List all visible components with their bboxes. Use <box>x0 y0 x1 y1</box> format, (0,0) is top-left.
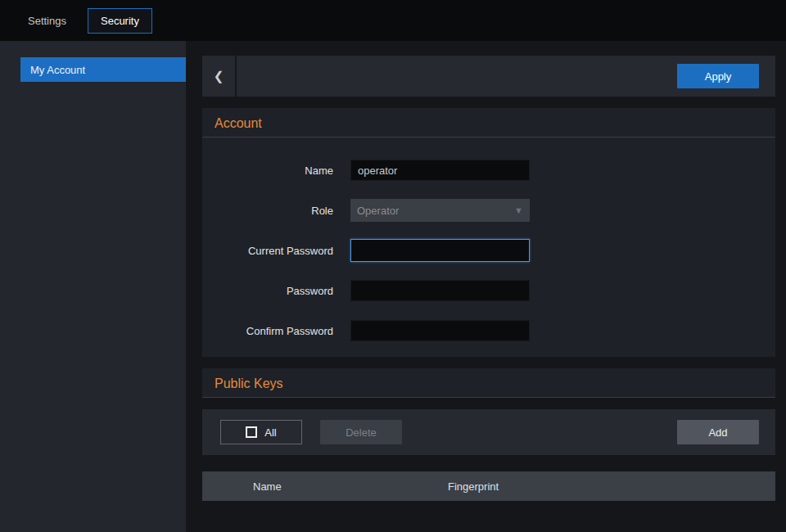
sidebar: My Account <box>0 41 187 532</box>
all-checkbox-label: All <box>264 426 276 439</box>
topbar: Settings Security <box>0 0 786 41</box>
confirm-password-row: Confirm Password <box>202 319 775 342</box>
section-gap <box>202 398 775 409</box>
sidebar-item-my-account[interactable]: My Account <box>20 57 186 82</box>
public-keys-table-header: Name Fingerprint <box>202 471 775 501</box>
name-label: Name <box>202 165 333 177</box>
name-input[interactable] <box>350 160 530 181</box>
public-keys-title: Public Keys <box>202 368 775 397</box>
checkbox-icon <box>246 426 257 438</box>
back-button[interactable]: ❮ <box>202 56 237 97</box>
role-select-value: Operator <box>357 205 514 217</box>
column-header-name: Name <box>202 480 397 493</box>
password-row: Password <box>202 279 775 302</box>
top-toolbar: ❮ Apply <box>202 56 775 97</box>
role-row: Role Operator ▼ <box>202 199 775 222</box>
section-gap <box>202 97 775 108</box>
all-checkbox[interactable]: All <box>220 420 302 444</box>
add-button[interactable]: Add <box>677 420 759 444</box>
chevron-left-icon: ❮ <box>214 69 224 83</box>
delete-button[interactable]: Delete <box>320 420 402 444</box>
section-gap <box>202 357 775 368</box>
apply-button[interactable]: Apply <box>677 64 759 88</box>
account-form: Name Role Operator ▼ Current Password Pa… <box>202 138 775 357</box>
role-select[interactable]: Operator ▼ <box>350 199 530 222</box>
section-gap <box>202 455 775 471</box>
password-input[interactable] <box>350 280 530 301</box>
current-password-input[interactable] <box>350 239 530 262</box>
password-label: Password <box>202 285 333 297</box>
current-password-row: Current Password <box>202 239 775 262</box>
current-password-label: Current Password <box>202 245 333 257</box>
confirm-password-label: Confirm Password <box>202 325 333 337</box>
confirm-password-input[interactable] <box>350 320 530 341</box>
name-row: Name <box>202 159 775 182</box>
main-content: ❮ Apply Account Name Role Operator ▼ <box>187 41 786 532</box>
chevron-down-icon: ▼ <box>514 205 523 215</box>
tab-settings[interactable]: Settings <box>15 8 79 34</box>
public-keys-section: Public Keys <box>202 368 775 398</box>
role-label: Role <box>202 205 333 217</box>
tab-security[interactable]: Security <box>88 8 152 34</box>
account-section: Account Name Role Operator ▼ Current Pas… <box>202 108 775 357</box>
public-keys-toolbar: All Delete Add <box>202 409 775 455</box>
account-section-title: Account <box>202 108 775 137</box>
column-header-fingerprint: Fingerprint <box>397 480 775 493</box>
